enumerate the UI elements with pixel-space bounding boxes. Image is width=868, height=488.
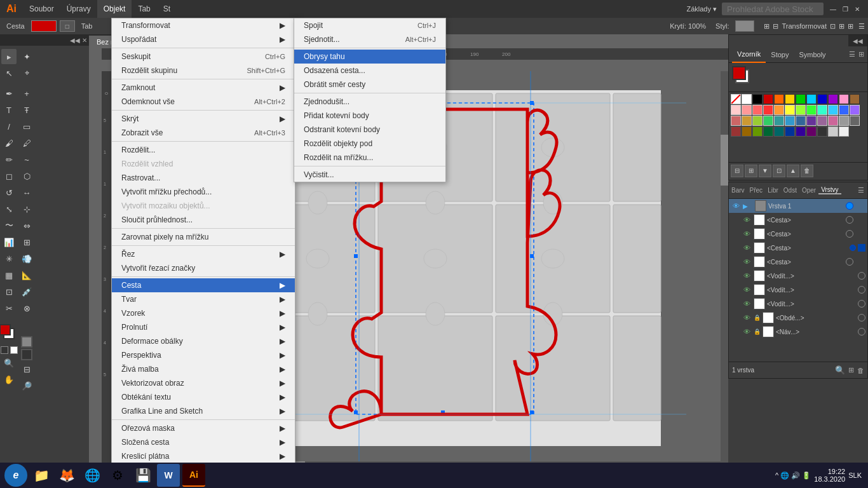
layer-eye-vodit1[interactable]: 👁 [742, 271, 752, 281]
swatch-light-red[interactable] [731, 105, 741, 115]
stroke-box[interactable] [21, 349, 32, 360]
rotate-tool[interactable]: ↺ [1, 185, 17, 200]
cesta-odstranit-kotevni[interactable]: Odstranit kotevní body [294, 123, 445, 137]
layer-row-vodit1[interactable]: 👁 <Vodít...> [729, 269, 867, 283]
tray-volume[interactable]: 🔊 [791, 471, 800, 480]
blend-tool[interactable]: ⊗ [19, 301, 34, 316]
vrstvy-menu-icon[interactable]: ☰ [855, 186, 867, 194]
lasso-tool[interactable]: ⌖ [19, 65, 34, 81]
menu-soubor[interactable]: Soubor [23, 0, 60, 18]
swatch-emerald[interactable] [763, 116, 773, 126]
shape-select[interactable]: □ [60, 20, 75, 32]
layer-circle-vodit2[interactable] [858, 286, 865, 294]
taskbar-illustrator[interactable]: Ai [182, 464, 205, 487]
color-mode-white[interactable] [10, 346, 18, 354]
cesta-rozdelit-objekty[interactable]: Rozdělit objekty pod [294, 137, 445, 151]
align-icon[interactable]: ⊞ [764, 22, 770, 30]
menu-ziva-malba[interactable]: Živá malba ▶ [112, 362, 295, 376]
menu-obtekani[interactable]: Obtékání textu ▶ [112, 390, 295, 404]
menu-kreslici[interactable]: Kreslicí plátna ▶ [112, 449, 295, 463]
direct-select-tool[interactable]: ↖ [1, 65, 17, 81]
tab-oper[interactable]: Oper [799, 187, 818, 194]
mesh-tool[interactable]: ⊞ [19, 234, 34, 250]
layer-eye-vodit2[interactable]: 👁 [742, 285, 752, 295]
menu-odemknout[interactable]: Odemknout vše Alt+Ctrl+2 [112, 95, 295, 109]
stroke-color[interactable] [31, 20, 57, 32]
menu-vytvorit-mrizku[interactable]: Vytvořit mřížku přechodů... [112, 185, 295, 199]
graph-tool[interactable]: 📊 [1, 234, 17, 250]
swatch-gold[interactable] [742, 116, 752, 126]
print-tiling-tool[interactable]: ⊟ [19, 362, 34, 377]
hand-tool[interactable]: ✋ [1, 372, 17, 387]
vzornik-btn6[interactable]: 🗑 [801, 165, 813, 177]
type-tool[interactable]: T [1, 102, 17, 118]
layer-circle-cesta2[interactable] [846, 230, 853, 238]
transform-icon1[interactable]: ⊡ [830, 22, 836, 30]
vrstvy-add-icon[interactable]: ⊞ [848, 366, 854, 374]
tab-barv[interactable]: Barv [729, 187, 747, 194]
layer-row-vrstva1[interactable]: 👁 ▶ Vrstva 1 [729, 199, 867, 213]
menu-cesta[interactable]: Cesta ▶ [112, 278, 295, 292]
menu-vzorek[interactable]: Vzorek ▶ [112, 306, 295, 320]
swatch-green[interactable] [796, 94, 806, 104]
toggle-panels[interactable]: ⊞ [848, 22, 853, 30]
menu-rastrovat[interactable]: Rastrovat... [112, 171, 295, 185]
expand-left[interactable]: ✕ [82, 37, 87, 44]
minimize-button[interactable]: — [829, 4, 837, 13]
cesta-obrysy-tahu[interactable]: Obrysy tahu [294, 50, 445, 64]
stroke-swatch[interactable] [0, 324, 11, 336]
swatch-olive[interactable] [752, 126, 763, 137]
swatch-rose[interactable] [828, 116, 838, 126]
swatch-teal[interactable] [817, 105, 827, 115]
zoom-tool[interactable]: 🔍 [1, 355, 17, 370]
smooth-tool[interactable]: ~ [19, 152, 34, 167]
swatch-very-dark-gray[interactable] [817, 126, 827, 137]
swatch-black[interactable] [752, 94, 763, 104]
layer-eye-cesta3[interactable]: 👁 [742, 243, 752, 253]
swatch-med-red[interactable] [742, 105, 752, 115]
add-anchor[interactable]: + [19, 86, 34, 101]
menu-vektorizovat[interactable]: Vektorizovat obraz ▶ [112, 376, 295, 390]
line-tool[interactable]: / [1, 119, 17, 134]
swatch-dark-teal[interactable] [774, 126, 784, 137]
swatch-none[interactable] [731, 94, 741, 104]
swatch-maroon-purple[interactable] [806, 126, 817, 137]
swatch-dark-gray[interactable] [850, 116, 860, 126]
swatch-dark-red2[interactable] [731, 126, 741, 137]
swatch-indigo[interactable] [806, 116, 817, 126]
swatch-lime[interactable] [796, 105, 806, 115]
fill-box[interactable] [21, 336, 32, 348]
layer-row-obde[interactable]: 👁 🔒 <Obdé...> [729, 311, 867, 325]
menu-rozdelit-skupinu[interactable]: Rozdělit skupinu Shift+Ctrl+G [112, 64, 295, 78]
swatch-white[interactable] [742, 94, 752, 104]
swatch-cornblue[interactable] [839, 105, 849, 115]
layer-circle-vrstva1[interactable] [846, 202, 853, 210]
swatch-bright-red[interactable] [763, 105, 773, 115]
menu-usporadat[interactable]: Uspořádat ▶ [112, 32, 295, 46]
swatch-mauve[interactable] [817, 116, 827, 126]
swatch-violet[interactable] [850, 105, 860, 115]
swatch-teal2[interactable] [774, 116, 784, 126]
layer-eye-cesta4[interactable]: 👁 [742, 257, 752, 267]
menu-zamknout[interactable]: Zamknout ▶ [112, 81, 295, 95]
menu-vytvorit-rezaci[interactable]: Vytvořit řezací značky [112, 261, 295, 275]
swatch-dark-purple[interactable] [796, 126, 806, 137]
menu-upravy[interactable]: Úpravy [60, 0, 97, 18]
reflect-tool[interactable]: ↔ [19, 185, 34, 200]
swatch-amber[interactable] [774, 105, 784, 115]
taskbar-ie[interactable]: e [4, 464, 27, 487]
type-touch[interactable]: Ŧ [19, 102, 34, 118]
magic-wand-tool[interactable]: ✦ [19, 49, 34, 64]
cesta-zjednodusit[interactable]: Zjednodušit... [294, 95, 445, 109]
reshape-tool[interactable]: ⊹ [19, 201, 34, 217]
menu-deformace[interactable]: Deformace obálky ▶ [112, 334, 295, 348]
menu-zobrazit-vse[interactable]: Zobrazit vše Alt+Ctrl+3 [112, 126, 295, 140]
measure-tool[interactable]: 📐 [19, 268, 34, 283]
slice-tool[interactable]: ✂ [1, 301, 17, 316]
artboard-tool[interactable]: ⊡ [1, 284, 17, 299]
layer-row-cesta1[interactable]: 👁 <Cesta> [729, 213, 867, 227]
taskbar-word[interactable]: W [157, 464, 180, 487]
swatch-bright-green[interactable] [806, 105, 817, 115]
vzornik-btn1[interactable]: ⊟ [731, 165, 743, 177]
toggle-list[interactable]: ☰ [858, 22, 865, 30]
